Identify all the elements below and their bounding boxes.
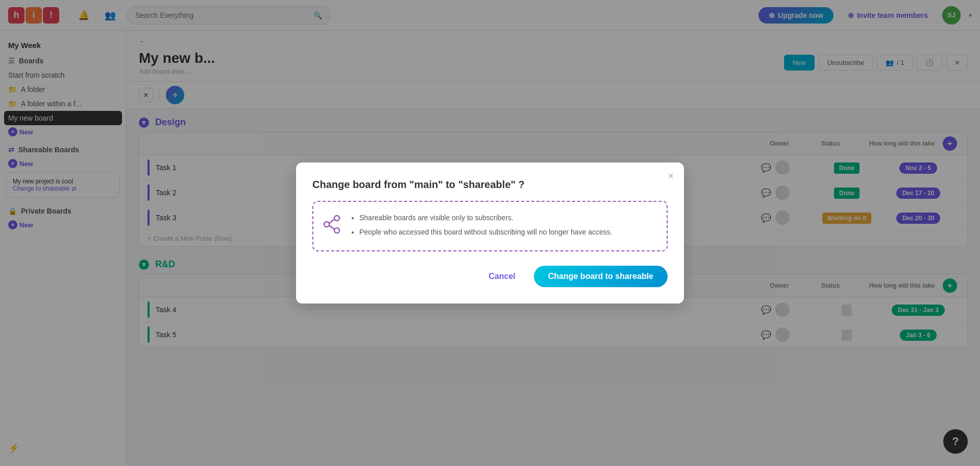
modal-title: Change board from "main" to "shareable" … xyxy=(312,179,668,191)
svg-point-0 xyxy=(334,216,339,221)
svg-point-1 xyxy=(324,222,329,227)
modal-overlay[interactable]: × Change board from "main" to "shareable… xyxy=(0,0,980,466)
change-board-modal: × Change board from "main" to "shareable… xyxy=(296,162,684,304)
svg-point-2 xyxy=(334,228,339,233)
modal-info-box: Shareable boards are visible only to sub… xyxy=(312,201,668,252)
modal-actions: Cancel Change board to shareable xyxy=(312,266,668,287)
modal-info-text: Shareable boards are visible only to sub… xyxy=(350,212,612,241)
modal-share-icon xyxy=(322,214,342,239)
svg-line-4 xyxy=(329,225,335,229)
confirm-button[interactable]: Change board to shareable xyxy=(534,266,668,287)
modal-close-button[interactable]: × xyxy=(668,171,674,181)
svg-line-3 xyxy=(329,219,335,223)
cancel-button[interactable]: Cancel xyxy=(480,267,523,286)
